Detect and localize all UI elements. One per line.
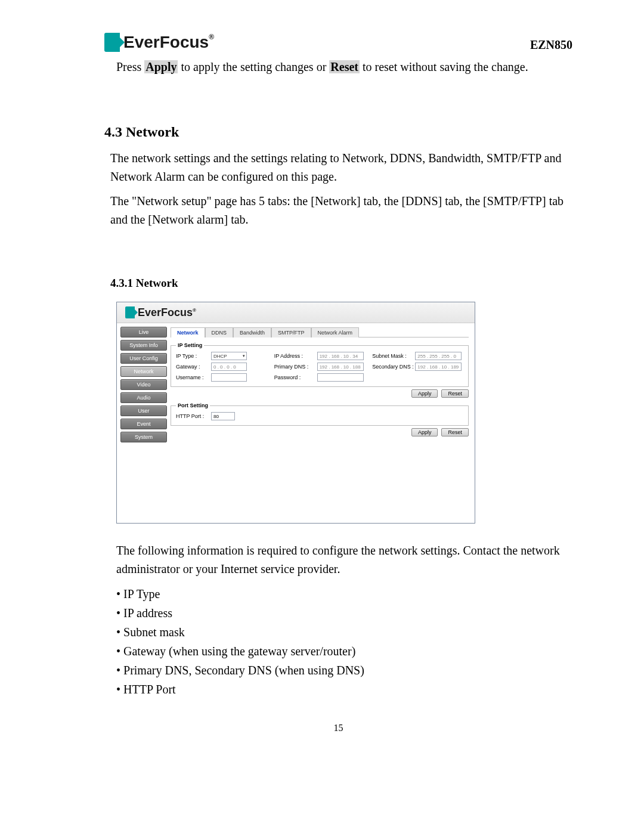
tab-network-alarm[interactable]: Network Alarm xyxy=(311,327,360,337)
ip-setting-fieldset: IP Setting IP Type : DHCP IP Address : 1… xyxy=(171,342,469,387)
section-4-3-para1: The network settings and the settings re… xyxy=(110,149,572,186)
sidebar-item-video[interactable]: Video xyxy=(120,379,167,390)
gateway-label: Gateway : xyxy=(176,364,209,370)
page-number: 15 xyxy=(104,723,572,733)
network-settings-screenshot: EverFocus® LiveSystem InfoUser ConfigNet… xyxy=(116,302,475,524)
ip-setting-legend: IP Setting xyxy=(176,342,204,348)
ip-apply-button[interactable]: Apply xyxy=(411,389,438,398)
secondary-dns-input[interactable]: 192 . 168 . 10 . 189 xyxy=(415,363,462,371)
secondary-dns-label: Secondary DNS : xyxy=(372,364,413,370)
sidebar: LiveSystem InfoUser ConfigNetworkVideoAu… xyxy=(117,323,171,524)
bullet-list: • IP Type• IP address• Subnet mask• Gate… xyxy=(116,584,572,699)
section-4-3-title: 4.3 Network xyxy=(104,124,572,140)
ui-header: EverFocus® xyxy=(117,302,475,323)
gateway-input[interactable]: 0 . 0 . 0 . 0 xyxy=(211,363,247,371)
sidebar-item-network[interactable]: Network xyxy=(120,366,167,377)
tab-bandwidth[interactable]: Bandwidth xyxy=(233,327,271,337)
port-reset-button[interactable]: Reset xyxy=(441,428,469,436)
ip-type-select[interactable]: DHCP xyxy=(211,352,247,360)
subnet-mask-input[interactable]: 255 . 255 . 255 . 0 xyxy=(415,352,462,360)
sidebar-item-audio[interactable]: Audio xyxy=(120,392,167,403)
ui-logo-icon xyxy=(125,306,135,318)
port-setting-fieldset: Port Setting HTTP Port : 80 xyxy=(171,402,469,426)
section-4-3-1-title: 4.3.1 Network xyxy=(110,277,572,290)
ip-address-input[interactable]: 192 . 168 . 10 . 34 xyxy=(317,352,364,360)
page-header: EverFocus® EZN850 xyxy=(104,33,572,52)
username-input[interactable] xyxy=(211,373,247,382)
apply-word: Apply xyxy=(144,60,178,73)
sidebar-item-user-config[interactable]: User Config xyxy=(120,353,167,364)
sidebar-item-user[interactable]: User xyxy=(120,405,167,416)
ui-brand-name: EverFocus® xyxy=(138,306,196,319)
sidebar-item-event[interactable]: Event xyxy=(120,419,167,429)
bullet-item: • HTTP Port xyxy=(116,680,572,699)
bullet-item: • IP address xyxy=(116,603,572,623)
http-port-input[interactable]: 80 xyxy=(211,412,235,420)
sidebar-item-system-info[interactable]: System Info xyxy=(120,340,167,351)
http-port-label: HTTP Port : xyxy=(176,413,209,419)
primary-dns-label: Primary DNS : xyxy=(274,364,315,370)
brand-logo: EverFocus® xyxy=(104,33,214,52)
after-para: The following information is required to… xyxy=(116,541,572,578)
ip-type-label: IP Type : xyxy=(176,353,209,359)
tabs: NetworkDDNSBandwidthSMTP/FTPNetwork Alar… xyxy=(171,327,469,337)
tab-network[interactable]: Network xyxy=(171,327,205,337)
ip-reset-button[interactable]: Reset xyxy=(441,389,469,398)
ip-address-label: IP Address : xyxy=(274,353,315,359)
port-setting-legend: Port Setting xyxy=(176,402,210,408)
tab-smtp-ftp[interactable]: SMTP/FTP xyxy=(271,327,311,337)
bullet-item: • Subnet mask xyxy=(116,623,572,642)
logo-icon xyxy=(104,33,120,52)
bullet-item: • Gateway (when using the gateway server… xyxy=(116,642,572,661)
bullet-item: • Primary DNS, Secondary DNS (when using… xyxy=(116,661,572,680)
username-label: Username : xyxy=(176,374,209,380)
intro-text: Press Apply to apply the setting changes… xyxy=(116,58,572,76)
tab-ddns[interactable]: DDNS xyxy=(205,327,234,337)
model-number: EZN850 xyxy=(530,38,572,52)
password-input[interactable] xyxy=(317,373,364,382)
port-apply-button[interactable]: Apply xyxy=(411,428,438,436)
sidebar-item-system[interactable]: System xyxy=(120,432,167,442)
reset-word: Reset xyxy=(329,60,360,73)
section-4-3-para2: The "Network setup" page has 5 tabs: the… xyxy=(110,192,572,229)
bullet-item: • IP Type xyxy=(116,584,572,603)
brand-name: EverFocus® xyxy=(123,33,214,52)
subnet-mask-label: Subnet Mask : xyxy=(372,353,413,359)
primary-dns-input[interactable]: 192 . 168 . 10 . 188 xyxy=(317,363,364,371)
password-label: Password : xyxy=(274,374,315,380)
sidebar-item-live[interactable]: Live xyxy=(120,327,167,337)
